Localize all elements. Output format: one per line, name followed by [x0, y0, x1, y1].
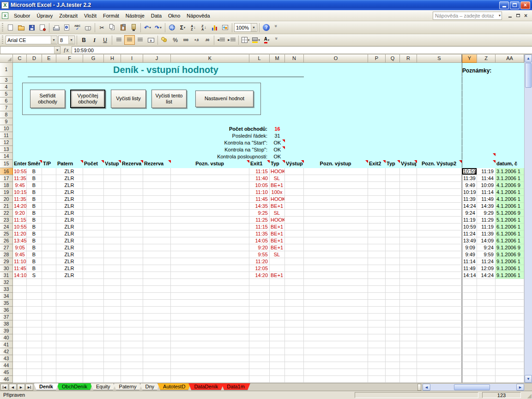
cell-Y31[interactable]: 14:14 [462, 272, 477, 279]
cell-E19[interactable] [42, 189, 56, 196]
cell-P25[interactable] [368, 230, 386, 237]
cell-P9[interactable] [368, 118, 386, 125]
cell-S17[interactable] [417, 175, 462, 182]
cell-G42[interactable] [83, 348, 104, 355]
cell-Z20[interactable]: 11:49 [477, 196, 496, 203]
cell-P37[interactable] [368, 314, 386, 320]
cell-F40[interactable] [56, 334, 83, 341]
cell-C37[interactable] [13, 314, 27, 320]
cell-J10[interactable] [143, 125, 171, 132]
cell-N41[interactable] [285, 341, 304, 348]
cell-C29[interactable]: 11:10 [13, 258, 27, 265]
cell-L37[interactable] [249, 314, 270, 320]
cell-L46[interactable] [249, 376, 270, 383]
cell-G26[interactable] [83, 237, 104, 244]
workbook-close-button[interactable]: × [522, 12, 530, 19]
cell-D12[interactable] [27, 139, 42, 146]
cell-Z39[interactable] [477, 327, 496, 334]
cell-J12[interactable] [143, 139, 171, 146]
cell-Z6[interactable] [477, 97, 496, 104]
cell-E29[interactable] [42, 258, 56, 265]
cell-N5[interactable] [285, 91, 304, 97]
cell-P34[interactable] [368, 293, 386, 300]
cell-S23[interactable] [417, 217, 462, 224]
cell-Q43[interactable] [386, 355, 400, 362]
cell-K11[interactable] [171, 132, 249, 139]
cell-C39[interactable] [13, 327, 27, 334]
cell-E33[interactable] [42, 286, 56, 293]
cell-G28[interactable] [83, 251, 104, 258]
cell-H9[interactable] [104, 118, 121, 125]
cell-L19[interactable]: 11:10 [249, 189, 270, 196]
cell-P11[interactable] [368, 132, 386, 139]
cell-H23[interactable] [104, 217, 121, 224]
cell-S26[interactable] [417, 237, 462, 244]
cell-I44[interactable] [121, 362, 143, 369]
cell-O45[interactable] [304, 369, 368, 376]
cell-K32[interactable] [171, 279, 249, 286]
sort-descending-icon[interactable]: ZA↓ [199, 23, 209, 33]
cell-D41[interactable] [27, 341, 42, 348]
cell-N15[interactable]: Výstup [285, 160, 304, 168]
cell-J45[interactable] [143, 369, 171, 376]
cell-P44[interactable] [368, 362, 386, 369]
cell-I27[interactable] [121, 244, 143, 251]
cell-D42[interactable] [27, 348, 42, 355]
cell-Z42[interactable] [477, 348, 496, 355]
cell-I9[interactable] [121, 118, 143, 125]
cell-R14[interactable] [400, 153, 417, 160]
cell-D26[interactable]: B [27, 237, 42, 244]
cell-O40[interactable] [304, 334, 368, 341]
row-header-19[interactable]: 19 [0, 189, 13, 196]
cell-J14[interactable] [143, 153, 171, 160]
cell-M17[interactable]: SL [270, 175, 285, 182]
cell-P4[interactable] [368, 84, 386, 91]
cell-F12[interactable] [56, 139, 83, 146]
cell-Z37[interactable] [477, 314, 496, 320]
row-header-33[interactable]: 33 [0, 286, 13, 293]
row-header-30[interactable]: 30 [0, 265, 13, 272]
cell-O35[interactable] [304, 300, 368, 307]
cell-H40[interactable] [104, 334, 121, 341]
col-header-P[interactable]: P [368, 54, 386, 63]
cell-E10[interactable] [42, 125, 56, 132]
cell-G8[interactable] [83, 111, 104, 118]
cell-R21[interactable] [400, 203, 417, 210]
cell-Z41[interactable] [477, 341, 496, 348]
cell-M44[interactable] [270, 362, 285, 369]
row-header-37[interactable]: 37 [0, 314, 13, 320]
cell-J25[interactable] [143, 230, 171, 237]
cell-P15[interactable]: Exit2 [368, 160, 386, 168]
cell-C3[interactable] [13, 77, 27, 84]
cell-I32[interactable] [121, 279, 143, 286]
cell-R32[interactable] [400, 279, 417, 286]
cell-K44[interactable] [171, 362, 249, 369]
cell-M43[interactable] [270, 355, 285, 362]
cell-R10[interactable] [400, 125, 417, 132]
cell-P16[interactable] [368, 168, 386, 175]
cell-G27[interactable] [83, 244, 104, 251]
cell-E25[interactable] [42, 230, 56, 237]
cell-Y42[interactable] [462, 348, 477, 355]
cell-S36[interactable] [417, 307, 462, 314]
cell-L8[interactable] [249, 111, 270, 118]
row-header-27[interactable]: 27 [0, 244, 13, 251]
cell-Q32[interactable] [386, 279, 400, 286]
cell-AA3[interactable] [496, 77, 524, 84]
row-header-31[interactable]: 31 [0, 272, 13, 279]
cell-Y12[interactable] [462, 139, 477, 146]
cell-K15[interactable]: Pozn. vstup [171, 160, 249, 168]
cell-N20[interactable] [285, 196, 304, 203]
cell-Q26[interactable] [386, 237, 400, 244]
cell-E18[interactable] [42, 182, 56, 189]
cell-C34[interactable] [13, 293, 27, 300]
horizontal-scrollbar[interactable]: ◀▶ [423, 384, 524, 391]
cell-N40[interactable] [285, 334, 304, 341]
cell-M15[interactable]: Typ [270, 160, 285, 168]
cell-I26[interactable] [121, 237, 143, 244]
cell-L11[interactable] [249, 132, 270, 139]
cell-P1[interactable] [368, 63, 386, 77]
cell-P6[interactable] [368, 97, 386, 104]
cell-E41[interactable] [42, 341, 56, 348]
cell-S31[interactable] [417, 272, 462, 279]
